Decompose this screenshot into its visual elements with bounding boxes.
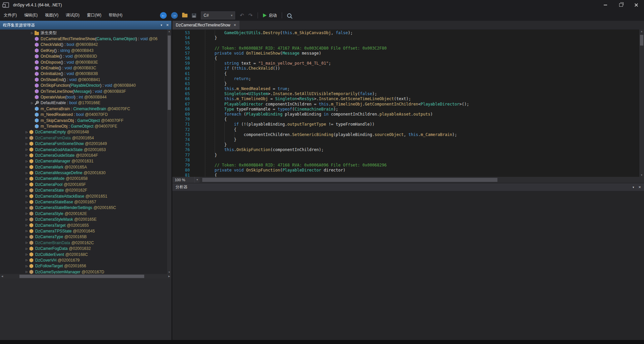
tree-item[interactable]: OnTimeLineShow(Message) : void @0600B83F (0, 88, 167, 94)
menu-item[interactable]: 编辑(E) (20, 10, 41, 21)
tree-item[interactable]: ▷DzCameraStateBlenderSettings @0200165C (0, 205, 167, 211)
scroll-up-icon[interactable]: ▲ (167, 30, 171, 32)
maximize-button[interactable] (613, 0, 629, 10)
menu-item[interactable]: 调试(D) (62, 10, 83, 21)
menu-item[interactable]: 帮助(H) (105, 10, 126, 21)
tree-item[interactable]: OnShowEnd() : void @0600B841 (0, 77, 167, 82)
minimize-button[interactable] (598, 0, 613, 10)
zoom-caret-icon[interactable]: ▾ (195, 177, 200, 183)
menu-item[interactable]: 视图(V) (41, 10, 62, 21)
tree-item[interactable]: OnSkipFunction(PlayableDirector) : void … (0, 83, 167, 88)
expander-icon[interactable]: ▷ (24, 165, 29, 168)
menu-item[interactable]: 文件(F) (0, 10, 20, 21)
start-debug-button[interactable]: 启动 (261, 11, 278, 19)
tree-item[interactable]: OperateValue(bool) : int @0600B844 (0, 94, 167, 100)
close-button[interactable] (629, 0, 644, 10)
scroll-left-icon[interactable]: ◀ (0, 274, 4, 279)
editor-horizontal-scroll-thumb[interactable] (202, 178, 497, 182)
redo-button[interactable]: ↷ (247, 11, 255, 19)
tree-item[interactable]: ▷DzCameraGodAttackState @02001653 (0, 147, 167, 152)
expander-icon[interactable]: ▷ (24, 259, 29, 262)
undo-button[interactable]: ↶ (238, 11, 246, 19)
expander-icon[interactable]: ▷ (24, 206, 29, 209)
tree-item[interactable]: ▷DzCamerBrainData @0200162C (0, 240, 167, 246)
analyzer-menu-caret-icon[interactable]: ▾ (633, 186, 634, 189)
tree-item[interactable]: m_CameraBrain : CinemachineBrain @040070… (0, 106, 167, 112)
tree-vertical-scroll-thumb[interactable] (168, 36, 171, 110)
expander-icon[interactable]: ▷ (24, 218, 29, 221)
tree-item[interactable]: ▷DzCameraState @0200162F (0, 188, 167, 193)
tree-item[interactable]: ▷DzCamerFogData @02001632 (0, 246, 167, 251)
scroll-down-icon[interactable]: ▼ (639, 174, 644, 176)
open-file-button[interactable] (180, 11, 189, 19)
editor-vertical-scrollbar[interactable]: ▲ ▼ (639, 29, 644, 177)
tree-horizontal-scroll-thumb[interactable] (19, 275, 144, 278)
tree-item[interactable]: ▷DzCameraGuideState @0200164F (0, 152, 167, 158)
tree-item[interactable]: OnInitialize() : void @0600B83B (0, 71, 167, 77)
tree-item[interactable]: ▷DzCameraStateBase @02001657 (0, 199, 167, 205)
expander-icon[interactable]: ▷ (24, 171, 29, 175)
expander-icon[interactable]: ▷ (24, 160, 29, 163)
tree-item[interactable]: ▷DzCameraEmpty @02001648 (0, 129, 167, 135)
tree-horizontal-scrollbar[interactable]: ◀ ▶ (0, 274, 171, 279)
expander-icon[interactable]: ▷ (24, 253, 29, 256)
expander-icon[interactable]: ▷ (24, 270, 29, 273)
expander-icon[interactable]: ▷ (24, 136, 29, 139)
tree-item[interactable]: ▷DzCoverVH @02001679 (0, 257, 167, 263)
tree-item[interactable]: ▷DzCameraType @0200165B (0, 234, 167, 240)
expander-icon[interactable]: ▷ (24, 229, 29, 232)
scroll-right-icon[interactable]: ▶ (167, 274, 171, 279)
expander-icon[interactable]: ▷ (24, 247, 29, 250)
tab-close-icon[interactable]: × (234, 23, 236, 27)
tree-item[interactable]: ▷DzCameraMessageDefine @02001630 (0, 170, 167, 176)
expander-icon[interactable]: ▷ (24, 241, 29, 244)
save-button[interactable] (190, 11, 198, 19)
zoom-combobox[interactable]: 100 % (172, 177, 195, 183)
analyzer-close-icon[interactable]: × (638, 185, 641, 189)
tree-vertical-scrollbar[interactable]: ▲ ▼ (167, 29, 171, 274)
tree-item[interactable]: DzCameraEffectTimelineShow(Camera, GameO… (0, 36, 167, 42)
language-combobox[interactable]: C# ▾ (201, 11, 235, 19)
tree-item[interactable]: ▷DzCameraManager @02001631 (0, 158, 167, 164)
expander-icon[interactable]: ▷ (24, 201, 29, 204)
panel-close-icon[interactable]: × (166, 23, 169, 27)
tree-item[interactable]: m_NeedRealesed : bool @040070FD (0, 112, 167, 117)
tree-item[interactable]: m_SkipCanvasObj : GameObject @040070FF (0, 118, 167, 123)
tree-item[interactable]: ▷DzCameraStyleMask @0200165E (0, 217, 167, 222)
expander-icon[interactable]: ▷ (24, 142, 29, 145)
expander-icon[interactable]: ▷ (24, 177, 29, 180)
expander-icon[interactable]: ▷ (24, 195, 29, 198)
expander-icon[interactable]: ▷ (24, 212, 29, 215)
scroll-up-icon[interactable]: ▲ (639, 30, 644, 32)
tree-item[interactable]: ▷DzColliderEvent @0200168C (0, 252, 167, 257)
tree-item[interactable]: ▷DzCameraStateAttackBase @02001651 (0, 193, 167, 199)
expander-icon[interactable]: ▷ (24, 131, 29, 134)
tree-item[interactable]: ▷DzCameraMark @0200165A (0, 164, 167, 170)
tab-dzcameraeffecttimelineshow[interactable]: DzCameraEffectTimelineShow × (172, 21, 239, 29)
tree-item[interactable]: ▷DzCameraFsmData @02001654 (0, 135, 167, 141)
assembly-tree[interactable]: ▷派生类型DzCameraEffectTimelineShow(Camera, … (0, 29, 167, 274)
editor-horizontal-scrollbar[interactable] (200, 177, 644, 183)
tree-item[interactable]: ▷DzCameraMode @02001658 (0, 176, 167, 182)
expander-icon[interactable]: ▷ (24, 235, 29, 238)
search-assemblies-button[interactable] (285, 11, 294, 19)
expander-icon[interactable]: ▷ (24, 183, 29, 186)
expander-icon[interactable]: ▷ (24, 154, 29, 157)
panel-menu-caret-icon[interactable]: ▾ (161, 23, 162, 27)
tree-item[interactable]: m_TimelineObj : GameObject @040070FE (0, 123, 167, 129)
expander-icon[interactable]: ▷ (24, 224, 29, 227)
tree-item[interactable]: OnEnable() : void @0600B83C (0, 65, 167, 71)
tree-item[interactable]: CheckValid() : bool @0600B842 (0, 42, 167, 48)
navigate-forward-button[interactable]: → (169, 11, 179, 19)
tree-item[interactable]: ▷DzGameSystemManager @0200167D (0, 269, 167, 274)
expander-icon[interactable]: ▷ (24, 265, 29, 268)
tree-item[interactable]: OnDisable() : void @0600B83D (0, 54, 167, 59)
expander-icon[interactable]: ▷ (30, 101, 35, 105)
menu-item[interactable]: 窗口(W) (83, 10, 105, 21)
code-lines[interactable]: 53 GameObjectUtils.Destroy(this.m_SkipCa… (172, 29, 639, 177)
code-editor[interactable]: 53 GameObjectUtils.Destroy(this.m_SkipCa… (172, 29, 644, 177)
editor-vertical-scroll-thumb[interactable] (640, 35, 643, 46)
tree-item[interactable]: ▷DzCameraTarget @02001655 (0, 222, 167, 228)
tree-item[interactable]: ▷DzFollowTarget @02001656 (0, 263, 167, 269)
tree-item[interactable]: ▷DzCameraStyle @0200162E (0, 211, 167, 216)
